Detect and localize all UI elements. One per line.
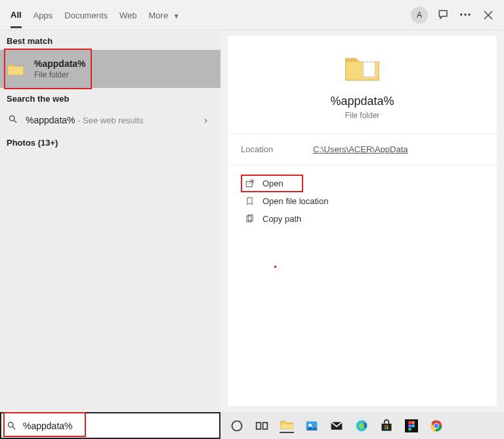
- search-box[interactable]: [0, 412, 220, 439]
- svg-point-29: [408, 427, 411, 430]
- svg-point-27: [408, 424, 411, 427]
- feedback-icon[interactable]: [437, 9, 450, 22]
- best-match-subtitle: File folder: [34, 70, 86, 79]
- svg-rect-21: [387, 425, 388, 427]
- mail-icon[interactable]: [329, 419, 344, 433]
- tab-all[interactable]: All: [10, 2, 22, 28]
- best-match-title: %appdata%: [34, 58, 86, 69]
- tab-documents[interactable]: Documents: [64, 3, 108, 27]
- tab-more-label: More: [149, 10, 169, 20]
- svg-point-28: [411, 424, 415, 427]
- preview-subtitle: File folder: [345, 111, 380, 120]
- web-result-row[interactable]: %appdata% - See web results ›: [0, 108, 220, 133]
- search-icon: [7, 421, 16, 430]
- location-path[interactable]: C:\Users\ACER\AppData: [313, 144, 408, 154]
- svg-point-18: [359, 423, 364, 428]
- best-match-label: Best match: [0, 30, 220, 50]
- taskbar: [220, 412, 504, 439]
- tab-strip: All Apps Documents Web More ▼: [10, 2, 180, 28]
- preview-title: %appdata%: [330, 94, 394, 108]
- search-input[interactable]: [23, 421, 214, 431]
- open-action[interactable]: Open: [241, 175, 303, 192]
- web-result-hint: - See web results: [75, 115, 144, 125]
- cortana-icon[interactable]: [230, 419, 244, 433]
- svg-point-26: [411, 421, 415, 424]
- more-options-icon[interactable]: •••: [459, 9, 472, 22]
- avatar[interactable]: A: [411, 7, 428, 24]
- task-view-icon[interactable]: [255, 419, 269, 433]
- figma-icon[interactable]: [404, 419, 419, 433]
- close-icon[interactable]: [482, 9, 495, 22]
- photos-section-label[interactable]: Photos (13+): [0, 133, 220, 153]
- tab-more[interactable]: More ▼: [149, 3, 180, 27]
- chevron-right-icon: ›: [204, 115, 207, 125]
- edge-icon[interactable]: [354, 419, 369, 433]
- svg-rect-4: [364, 62, 375, 77]
- svg-point-10: [232, 421, 242, 430]
- svg-rect-13: [281, 425, 293, 429]
- file-explorer-icon[interactable]: [280, 419, 294, 433]
- best-match-result[interactable]: %appdata% File folder: [0, 50, 220, 88]
- chrome-icon[interactable]: [429, 419, 444, 433]
- svg-point-2: [10, 116, 15, 121]
- photos-app-icon[interactable]: [304, 419, 319, 433]
- svg-rect-20: [385, 425, 387, 427]
- folder-large-icon: [344, 52, 381, 85]
- open-file-location-label: Open file location: [262, 196, 328, 206]
- top-tab-bar: All Apps Documents Web More ▼ A •••: [0, 0, 504, 30]
- copy-path-action[interactable]: Copy path: [241, 210, 484, 228]
- tab-apps[interactable]: Apps: [33, 3, 53, 27]
- svg-point-32: [434, 423, 439, 428]
- svg-rect-12: [263, 423, 268, 429]
- svg-line-9: [12, 427, 15, 429]
- search-web-label: Search the web: [0, 88, 220, 108]
- folder-icon: [7, 60, 25, 78]
- svg-rect-11: [257, 423, 261, 429]
- location-label: Location: [241, 144, 313, 154]
- svg-rect-22: [385, 427, 387, 429]
- svg-rect-23: [387, 427, 388, 429]
- annotation-dot: [274, 266, 276, 268]
- store-icon[interactable]: [379, 419, 394, 433]
- best-match-text: %appdata% File folder: [34, 58, 86, 79]
- svg-point-8: [9, 423, 14, 428]
- svg-rect-19: [382, 423, 392, 430]
- top-actions: A •••: [411, 7, 497, 24]
- preview-actions: Open Open file location Copy path: [228, 165, 497, 237]
- preview-pane: %appdata% File folder Location C:\Users\…: [227, 35, 497, 407]
- copy-path-label: Copy path: [262, 214, 301, 224]
- open-file-location-action[interactable]: Open file location: [241, 192, 484, 210]
- open-action-label: Open: [262, 178, 284, 188]
- svg-line-3: [14, 120, 16, 123]
- search-icon: [8, 114, 18, 126]
- tab-web[interactable]: Web: [119, 3, 137, 27]
- svg-point-25: [408, 421, 411, 424]
- web-result-query: %appdata%: [26, 115, 75, 125]
- results-pane: Best match %appdata% File folder Search …: [0, 30, 220, 412]
- chevron-down-icon: ▼: [173, 12, 180, 20]
